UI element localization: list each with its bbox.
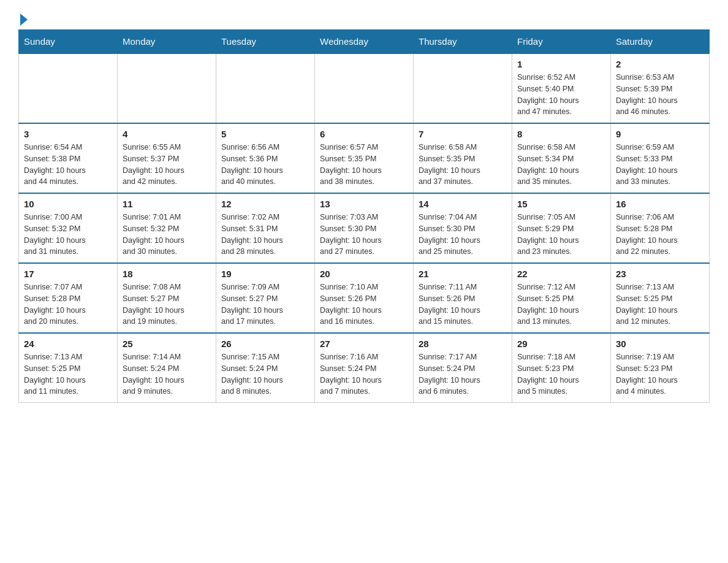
day-info: Sunrise: 7:16 AMSunset: 5:24 PMDaylight:… — [320, 351, 408, 397]
calendar-cell — [118, 53, 216, 123]
calendar-cell: 28Sunrise: 7:17 AMSunset: 5:24 PMDayligh… — [414, 333, 512, 403]
calendar-cell: 22Sunrise: 7:12 AMSunset: 5:25 PMDayligh… — [512, 263, 611, 333]
calendar-cell: 6Sunrise: 6:57 AMSunset: 5:35 PMDaylight… — [315, 123, 414, 193]
header-saturday: Saturday — [611, 30, 710, 54]
calendar-cell: 1Sunrise: 6:52 AMSunset: 5:40 PMDaylight… — [512, 53, 611, 123]
day-info: Sunrise: 7:10 AMSunset: 5:26 PMDaylight:… — [320, 282, 408, 327]
calendar-cell — [414, 53, 512, 123]
day-number: 6 — [320, 129, 408, 139]
calendar-cell: 10Sunrise: 7:00 AMSunset: 5:32 PMDayligh… — [19, 193, 118, 263]
day-info: Sunrise: 7:01 AMSunset: 5:32 PMDaylight:… — [123, 212, 211, 258]
day-info: Sunrise: 7:09 AMSunset: 5:27 PMDaylight:… — [221, 282, 309, 327]
week-row-4: 17Sunrise: 7:07 AMSunset: 5:28 PMDayligh… — [19, 263, 710, 333]
day-info: Sunrise: 7:02 AMSunset: 5:31 PMDaylight:… — [221, 212, 309, 258]
day-info: Sunrise: 6:58 AMSunset: 5:34 PMDaylight:… — [517, 142, 605, 188]
day-number: 10 — [24, 199, 112, 209]
calendar-cell: 20Sunrise: 7:10 AMSunset: 5:26 PMDayligh… — [315, 263, 414, 333]
day-number: 3 — [24, 129, 112, 139]
calendar-cell: 18Sunrise: 7:08 AMSunset: 5:27 PMDayligh… — [118, 263, 216, 333]
day-info: Sunrise: 7:06 AMSunset: 5:28 PMDaylight:… — [616, 212, 704, 258]
calendar-cell: 12Sunrise: 7:02 AMSunset: 5:31 PMDayligh… — [216, 193, 315, 263]
day-number: 24 — [24, 339, 112, 349]
day-number: 26 — [221, 339, 309, 349]
day-number: 2 — [616, 59, 704, 69]
calendar-cell: 23Sunrise: 7:13 AMSunset: 5:25 PMDayligh… — [611, 263, 710, 333]
header-thursday: Thursday — [414, 30, 512, 54]
calendar-cell: 16Sunrise: 7:06 AMSunset: 5:28 PMDayligh… — [611, 193, 710, 263]
day-info: Sunrise: 6:56 AMSunset: 5:36 PMDaylight:… — [221, 142, 309, 188]
calendar-cell: 26Sunrise: 7:15 AMSunset: 5:24 PMDayligh… — [216, 333, 315, 403]
day-info: Sunrise: 7:19 AMSunset: 5:23 PMDaylight:… — [616, 351, 704, 397]
day-number: 13 — [320, 199, 408, 209]
day-info: Sunrise: 7:03 AMSunset: 5:30 PMDaylight:… — [320, 212, 408, 258]
calendar-cell: 8Sunrise: 6:58 AMSunset: 5:34 PMDaylight… — [512, 123, 611, 193]
day-info: Sunrise: 6:52 AMSunset: 5:40 PMDaylight:… — [517, 72, 605, 118]
day-number: 20 — [320, 269, 408, 279]
day-number: 9 — [616, 129, 704, 139]
weekday-header-row: SundayMondayTuesdayWednesdayThursdayFrid… — [19, 30, 710, 54]
day-info: Sunrise: 7:14 AMSunset: 5:24 PMDaylight:… — [123, 351, 211, 397]
day-number: 17 — [24, 269, 112, 279]
day-number: 4 — [123, 129, 211, 139]
day-number: 23 — [616, 269, 704, 279]
calendar-cell: 29Sunrise: 7:18 AMSunset: 5:23 PMDayligh… — [512, 333, 611, 403]
day-info: Sunrise: 6:53 AMSunset: 5:39 PMDaylight:… — [616, 72, 704, 118]
day-info: Sunrise: 6:55 AMSunset: 5:37 PMDaylight:… — [123, 142, 211, 188]
day-info: Sunrise: 7:07 AMSunset: 5:28 PMDaylight:… — [24, 282, 112, 327]
week-row-1: 1Sunrise: 6:52 AMSunset: 5:40 PMDaylight… — [19, 53, 710, 123]
calendar-cell: 9Sunrise: 6:59 AMSunset: 5:33 PMDaylight… — [611, 123, 710, 193]
day-number: 12 — [221, 199, 309, 209]
calendar-cell — [19, 53, 118, 123]
day-info: Sunrise: 7:17 AMSunset: 5:24 PMDaylight:… — [419, 351, 507, 397]
page-header — [18, 12, 710, 23]
day-number: 19 — [221, 269, 309, 279]
day-number: 25 — [123, 339, 211, 349]
day-number: 1 — [517, 59, 605, 69]
calendar-cell: 27Sunrise: 7:16 AMSunset: 5:24 PMDayligh… — [315, 333, 414, 403]
calendar-cell: 30Sunrise: 7:19 AMSunset: 5:23 PMDayligh… — [611, 333, 710, 403]
logo-top — [18, 12, 28, 26]
day-number: 29 — [517, 339, 605, 349]
calendar-cell: 3Sunrise: 6:54 AMSunset: 5:38 PMDaylight… — [19, 123, 118, 193]
day-info: Sunrise: 6:54 AMSunset: 5:38 PMDaylight:… — [24, 142, 112, 188]
day-info: Sunrise: 7:11 AMSunset: 5:26 PMDaylight:… — [419, 282, 507, 327]
calendar-cell: 11Sunrise: 7:01 AMSunset: 5:32 PMDayligh… — [118, 193, 216, 263]
header-sunday: Sunday — [19, 30, 118, 54]
day-number: 5 — [221, 129, 309, 139]
header-wednesday: Wednesday — [315, 30, 414, 54]
calendar-cell: 4Sunrise: 6:55 AMSunset: 5:37 PMDaylight… — [118, 123, 216, 193]
day-info: Sunrise: 6:57 AMSunset: 5:35 PMDaylight:… — [320, 142, 408, 188]
day-info: Sunrise: 6:59 AMSunset: 5:33 PMDaylight:… — [616, 142, 704, 188]
calendar-table: SundayMondayTuesdayWednesdayThursdayFrid… — [18, 29, 710, 403]
day-number: 7 — [419, 129, 507, 139]
calendar-cell: 17Sunrise: 7:07 AMSunset: 5:28 PMDayligh… — [19, 263, 118, 333]
day-info: Sunrise: 7:18 AMSunset: 5:23 PMDaylight:… — [517, 351, 605, 397]
week-row-2: 3Sunrise: 6:54 AMSunset: 5:38 PMDaylight… — [19, 123, 710, 193]
calendar-cell: 2Sunrise: 6:53 AMSunset: 5:39 PMDaylight… — [611, 53, 710, 123]
day-number: 22 — [517, 269, 605, 279]
day-info: Sunrise: 6:58 AMSunset: 5:35 PMDaylight:… — [419, 142, 507, 188]
day-number: 30 — [616, 339, 704, 349]
calendar-cell: 15Sunrise: 7:05 AMSunset: 5:29 PMDayligh… — [512, 193, 611, 263]
calendar-cell: 24Sunrise: 7:13 AMSunset: 5:25 PMDayligh… — [19, 333, 118, 403]
header-friday: Friday — [512, 30, 611, 54]
logo-arrow-icon — [20, 13, 28, 26]
calendar-cell: 25Sunrise: 7:14 AMSunset: 5:24 PMDayligh… — [118, 333, 216, 403]
calendar-cell: 21Sunrise: 7:11 AMSunset: 5:26 PMDayligh… — [414, 263, 512, 333]
day-number: 11 — [123, 199, 211, 209]
day-info: Sunrise: 7:00 AMSunset: 5:32 PMDaylight:… — [24, 212, 112, 258]
calendar-cell: 7Sunrise: 6:58 AMSunset: 5:35 PMDaylight… — [414, 123, 512, 193]
day-number: 27 — [320, 339, 408, 349]
day-info: Sunrise: 7:04 AMSunset: 5:30 PMDaylight:… — [419, 212, 507, 258]
day-number: 16 — [616, 199, 704, 209]
day-info: Sunrise: 7:05 AMSunset: 5:29 PMDaylight:… — [517, 212, 605, 258]
day-number: 21 — [419, 269, 507, 279]
calendar-cell: 19Sunrise: 7:09 AMSunset: 5:27 PMDayligh… — [216, 263, 315, 333]
calendar-cell: 5Sunrise: 6:56 AMSunset: 5:36 PMDaylight… — [216, 123, 315, 193]
calendar-cell: 13Sunrise: 7:03 AMSunset: 5:30 PMDayligh… — [315, 193, 414, 263]
day-number: 8 — [517, 129, 605, 139]
day-info: Sunrise: 7:12 AMSunset: 5:25 PMDaylight:… — [517, 282, 605, 327]
calendar-cell — [315, 53, 414, 123]
day-info: Sunrise: 7:13 AMSunset: 5:25 PMDaylight:… — [616, 282, 704, 327]
day-info: Sunrise: 7:15 AMSunset: 5:24 PMDaylight:… — [221, 351, 309, 397]
